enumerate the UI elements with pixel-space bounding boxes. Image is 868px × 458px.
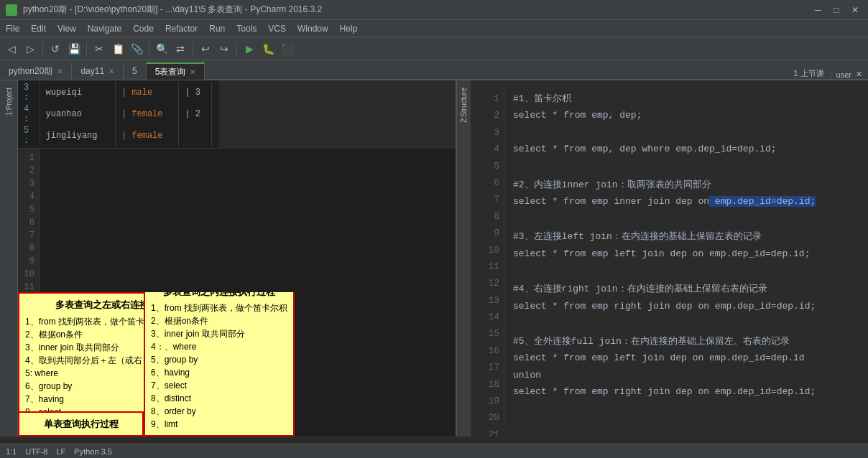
sql-comment-5: #5、全外连接full join：在内连接的基础上保留左、右表的记录	[513, 333, 851, 350]
replace-button[interactable]: ⇄	[172, 40, 189, 57]
status-bar: 1:1 UTF-8 LF Python 3.5	[0, 444, 868, 458]
right-panel[interactable]: 1 2 3 4 5 6 7 8 9 10 11 12 13 14 15 16 1…	[471, 80, 868, 436]
rln-17: 17	[484, 359, 499, 375]
menu-file[interactable]: File	[0, 22, 25, 35]
col-gender-header: | male	[115, 82, 178, 103]
sql-comment-2: #2、内连接inner join：取两张表的共同部分	[513, 177, 851, 193]
user-close[interactable]: ✕	[856, 70, 862, 79]
menu-help[interactable]: Help	[334, 22, 364, 35]
close-button[interactable]: ✕	[848, 3, 862, 17]
col-num-header: 3 :	[18, 82, 40, 103]
paste-button[interactable]: 📎	[128, 40, 145, 57]
status-encoding: UTF-8	[25, 447, 47, 456]
table-row-1: 4 : yuanhao | female | 2	[18, 103, 212, 125]
menu-bar: File Edit View Navigate Code Refactor Ru…	[0, 20, 868, 37]
menu-code[interactable]: Code	[127, 22, 160, 35]
spacer-4	[513, 323, 851, 333]
maximize-button[interactable]: □	[829, 3, 844, 17]
menu-edit[interactable]: Edit	[25, 22, 52, 35]
structure-tab[interactable]: 2:Structure	[458, 83, 469, 127]
tab-day11-close[interactable]: ✕	[108, 67, 114, 75]
left-panel: 3 : wupeiqi | male | 3 4 : yuanhao | fem…	[18, 80, 456, 436]
note-inner-title: 多表查询之内连接执行过程	[151, 292, 287, 299]
menu-run[interactable]: Run	[203, 22, 231, 35]
search-button[interactable]: 🔍	[153, 40, 170, 57]
menu-navigate[interactable]: Navigate	[82, 22, 127, 35]
user-label: user	[836, 70, 851, 79]
sql-line-2-1: select * from emp inner join dep on emp.…	[513, 193, 851, 210]
user-tab[interactable]: user ✕	[830, 70, 868, 80]
toolbar-sep-4	[193, 42, 193, 56]
tab-bar: python20期 ✕ day11 ✕ 5 5表查询 ✕ 1 上节课 user …	[0, 60, 868, 80]
sidebar-project-tab[interactable]: 1:Project	[4, 83, 14, 120]
sql-section-4: #4、右连接right join：在内连接的基础上保留右表的记录 select …	[513, 281, 851, 314]
line-num: 5	[22, 203, 34, 216]
row-val-1: | 2	[179, 103, 212, 125]
run-button[interactable]: ▶	[241, 40, 258, 57]
redo-button[interactable]: ↪	[216, 40, 233, 57]
tab-5-label: 5	[132, 66, 137, 76]
rln-19: 19	[484, 393, 499, 409]
toolbar-sep-3	[149, 42, 149, 56]
sql-line-5-3: select * from emp right join dep on emp.…	[513, 383, 851, 400]
tab-duobiao[interactable]: 5表查询 ✕	[147, 62, 206, 80]
menu-view[interactable]: View	[52, 22, 82, 35]
toolbar-sep-1	[42, 42, 43, 56]
db-table: 3 : wupeiqi | male | 3 4 : yuanhao | fem…	[18, 80, 219, 149]
rln-18: 18	[484, 376, 499, 393]
inner-item-10: 9、limt	[151, 418, 287, 431]
rln-12: 12	[484, 275, 499, 291]
code-content[interactable]	[40, 149, 456, 292]
rln-5: 5	[484, 158, 499, 174]
sql-text-area[interactable]: #1、笛卡尔积 select * from emp, dep; select *…	[504, 86, 859, 431]
spacer-2	[513, 218, 851, 228]
menu-window[interactable]: Window	[292, 22, 334, 35]
sql-section-3: #3、左连接left join：在内连接的基础上保留左表的记录 select *…	[513, 228, 851, 262]
line-num: 1	[22, 151, 34, 164]
revert-button[interactable]: ↺	[47, 40, 64, 57]
forward-button[interactable]: ▷	[22, 40, 39, 57]
code-line-11	[45, 281, 450, 292]
line-num: 2	[22, 164, 34, 177]
title-left: python20期 - [D:\video\python20期] - ...\d…	[6, 4, 322, 16]
tab-day11[interactable]: day11 ✕	[72, 62, 124, 80]
tab-python20-close[interactable]: ✕	[57, 67, 63, 75]
tab-duobiao-close[interactable]: ✕	[190, 68, 195, 76]
inner-item-5: 5、group by	[151, 353, 287, 366]
tab-day11-label: day11	[80, 66, 104, 76]
sql-line-4-1: select * from emp right join dep on emp.…	[513, 298, 851, 314]
row-num-2: 5 :	[18, 125, 40, 146]
line-numbers: 1 2 3 4 5 6 7 8 9 10 11	[18, 149, 40, 292]
menu-tools[interactable]: Tools	[231, 22, 262, 35]
rln-7: 7	[484, 191, 499, 207]
copy-button[interactable]: 📋	[109, 40, 126, 57]
inner-item-4: 4：、where	[151, 340, 287, 353]
menu-vcs[interactable]: VCS	[262, 22, 292, 35]
cut-button[interactable]: ✂	[91, 40, 108, 57]
rln-20: 20	[484, 409, 499, 426]
sql-section-1: #1、笛卡尔积 select * from emp, dep; select *…	[513, 90, 851, 158]
inner-item-7: 7、select	[151, 379, 287, 392]
stop-button[interactable]: ⬛	[278, 40, 295, 57]
window-title: python20期 - [D:\video\python20期] - ...\d…	[23, 4, 322, 16]
menu-refactor[interactable]: Refactor	[160, 22, 203, 35]
minimize-button[interactable]: ─	[811, 3, 825, 17]
back-button[interactable]: ◁	[3, 40, 20, 57]
project-sidebar: 1:Project	[0, 80, 18, 436]
debug-button[interactable]: 🐛	[259, 40, 277, 57]
toolbar-sep-2	[86, 42, 87, 56]
tab-5[interactable]: 5	[124, 62, 147, 80]
tab-python20[interactable]: python20期 ✕	[0, 62, 72, 80]
code-line-3	[45, 177, 450, 190]
save-button[interactable]: 💾	[65, 40, 83, 57]
window-controls[interactable]: ─ □ ✕	[811, 3, 862, 17]
rln-11: 11	[484, 258, 499, 275]
sql-line-5-1: select * from emp left join dep on emp.d…	[513, 350, 851, 366]
code-line-9	[45, 255, 450, 268]
rln-14: 14	[484, 309, 499, 325]
data-table: 3 : wupeiqi | male | 3 4 : yuanhao | fem…	[18, 82, 212, 146]
rln-6: 6	[484, 174, 499, 191]
code-editor[interactable]: 1 2 3 4 5 6 7 8 9 10 11	[18, 149, 456, 292]
undo-button[interactable]: ↩	[197, 40, 214, 57]
inner-item-9: 8、order by	[151, 405, 287, 418]
